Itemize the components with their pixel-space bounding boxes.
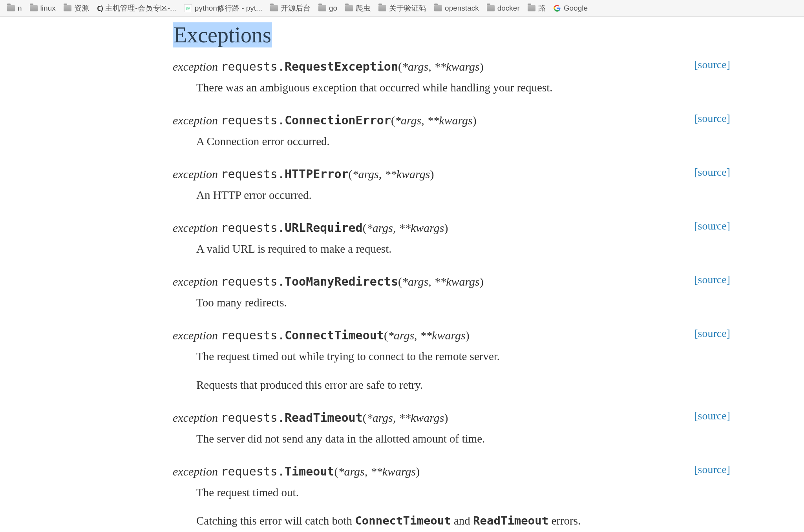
folder-icon xyxy=(318,5,326,11)
sig-params: *args, **kwargs xyxy=(353,168,430,180)
exception-description: The request timed out.Catching this erro… xyxy=(196,484,730,530)
bookmark-label: 关于验证码 xyxy=(389,3,426,13)
code-ref: ConnectTimeout xyxy=(355,514,451,527)
source-link[interactable]: [source] xyxy=(694,112,730,125)
sig-params: *args, **kwargs xyxy=(367,411,444,424)
sig-classname[interactable]: ConnectionError xyxy=(285,113,391,127)
source-link[interactable]: [source] xyxy=(694,220,730,232)
exception-signature: exception requests.TooManyRedirects(*arg… xyxy=(173,273,730,290)
sig-classname[interactable]: Timeout xyxy=(285,465,334,478)
sig-classname[interactable]: TooManyRedirects xyxy=(285,275,398,288)
bookmark-item[interactable]: 爬虫 xyxy=(341,3,375,13)
exception-entry: [source]exception requests.URLRequired(*… xyxy=(173,220,730,258)
source-link[interactable]: [source] xyxy=(694,58,730,71)
desc-paragraph: There was an ambiguous exception that oc… xyxy=(196,79,730,97)
folder-icon xyxy=(434,5,442,11)
code-ref: ReadTimeout xyxy=(473,514,548,527)
bookmark-label: 路 xyxy=(538,3,546,13)
sig-params: *args, **kwargs xyxy=(338,465,416,478)
folder-icon xyxy=(487,5,495,11)
bookmark-item[interactable]: C)主机管理-会员专区-... xyxy=(93,3,180,13)
host-icon: C) xyxy=(97,4,103,13)
desc-paragraph: Catching this error will catch both Conn… xyxy=(196,512,730,530)
exception-entry: [source]exception requests.ConnectTimeou… xyxy=(173,327,730,394)
exception-description: The server did not send any data in the … xyxy=(196,430,730,448)
sig-params: *args, **kwargs xyxy=(402,60,480,73)
bookmark-label: 爬虫 xyxy=(356,3,371,13)
sig-module: requests. xyxy=(221,113,285,127)
sig-classname[interactable]: URLRequired xyxy=(285,221,363,235)
sig-classname[interactable]: HTTPError xyxy=(285,167,349,181)
folder-icon xyxy=(7,5,15,11)
bookmark-item[interactable]: 资源 xyxy=(60,3,93,13)
sig-classname[interactable]: RequestException xyxy=(285,60,398,73)
folder-icon xyxy=(30,5,38,11)
bookmark-item[interactable]: openstack xyxy=(430,4,483,13)
sig-params: *args, **kwargs xyxy=(395,114,473,127)
exception-signature: exception requests.ReadTimeout(*args, **… xyxy=(173,410,730,426)
doc-body: Exceptions [source]exception requests.Re… xyxy=(0,17,777,532)
source-link[interactable]: [source] xyxy=(694,327,730,340)
desc-paragraph: Requests that produced this error are sa… xyxy=(196,376,730,394)
sig-classname[interactable]: ReadTimeout xyxy=(285,411,363,425)
source-link[interactable]: [source] xyxy=(694,166,730,179)
bookmark-bar: nlinux资源C)主机管理-会员专区-...pypython修行路 - pyt… xyxy=(0,0,804,17)
sig-module: requests. xyxy=(221,167,285,181)
sig-keyword: exception xyxy=(173,329,218,342)
bookmark-item[interactable]: n xyxy=(3,4,26,13)
desc-paragraph: Too many redirects. xyxy=(196,294,730,312)
source-link[interactable]: [source] xyxy=(694,273,730,286)
bookmark-label: go xyxy=(329,4,337,13)
exception-description: Too many redirects. xyxy=(196,294,730,312)
sig-module: requests. xyxy=(221,275,285,288)
desc-paragraph: An HTTP error occurred. xyxy=(196,186,730,204)
source-link[interactable]: [source] xyxy=(694,463,730,476)
exception-description: A Connection error occurred. xyxy=(196,133,730,150)
sig-keyword: exception xyxy=(173,168,218,180)
bookmark-item[interactable]: linux xyxy=(26,4,60,13)
bookmark-label: python修行路 - pyt... xyxy=(195,3,262,13)
sig-params: *args, **kwargs xyxy=(402,275,480,288)
exception-entry: [source]exception requests.RequestExcept… xyxy=(173,58,730,97)
sig-keyword: exception xyxy=(173,60,218,73)
sig-params: *args, **kwargs xyxy=(367,221,444,234)
bookmark-label: openstack xyxy=(445,4,479,13)
python-fav-icon: py xyxy=(184,4,192,12)
source-link[interactable]: [source] xyxy=(694,410,730,422)
bookmark-item[interactable]: docker xyxy=(483,4,524,13)
page-title: Exceptions xyxy=(173,22,272,47)
google-icon xyxy=(554,5,561,12)
exception-description: The request timed out while trying to co… xyxy=(196,348,730,394)
folder-icon xyxy=(64,5,71,11)
exception-description: There was an ambiguous exception that oc… xyxy=(196,79,730,97)
sig-classname[interactable]: ConnectTimeout xyxy=(285,328,384,342)
bookmark-item[interactable]: 开源后台 xyxy=(266,3,314,13)
bookmark-item[interactable]: Google xyxy=(550,4,592,13)
bookmark-label: n xyxy=(18,4,22,13)
bookmark-item[interactable]: pypython修行路 - pyt... xyxy=(180,3,266,13)
exception-signature: exception requests.RequestException(*arg… xyxy=(173,58,730,75)
sig-keyword: exception xyxy=(173,465,218,478)
sig-keyword: exception xyxy=(173,221,218,234)
sig-module: requests. xyxy=(221,328,285,342)
sig-module: requests. xyxy=(221,221,285,235)
sig-keyword: exception xyxy=(173,275,218,288)
exception-entry: [source]exception requests.HTTPError(*ar… xyxy=(173,166,730,204)
desc-paragraph: The request timed out while trying to co… xyxy=(196,348,730,365)
sig-keyword: exception xyxy=(173,114,218,127)
sig-module: requests. xyxy=(221,411,285,425)
desc-paragraph: The request timed out. xyxy=(196,484,730,501)
exception-description: A valid URL is required to make a reques… xyxy=(196,240,730,258)
folder-icon xyxy=(345,5,353,11)
exception-signature: exception requests.HTTPError(*args, **kw… xyxy=(173,166,730,182)
exception-entry: [source]exception requests.Timeout(*args… xyxy=(173,463,730,530)
bookmark-item[interactable]: 关于验证码 xyxy=(375,3,430,13)
folder-icon xyxy=(528,5,535,11)
exception-signature: exception requests.ConnectTimeout(*args,… xyxy=(173,327,730,344)
bookmark-item[interactable]: go xyxy=(314,4,341,13)
desc-paragraph: A valid URL is required to make a reques… xyxy=(196,240,730,258)
bookmark-label: docker xyxy=(497,4,520,13)
desc-paragraph: A Connection error occurred. xyxy=(196,133,730,150)
sig-keyword: exception xyxy=(173,411,218,424)
bookmark-item[interactable]: 路 xyxy=(524,3,550,13)
